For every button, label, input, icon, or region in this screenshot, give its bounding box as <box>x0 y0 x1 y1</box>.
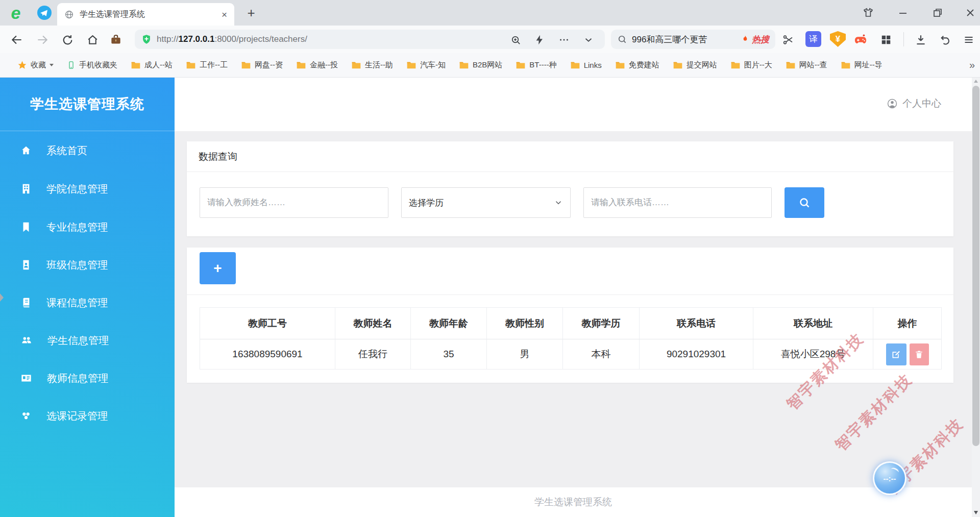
id-card-icon <box>20 373 32 384</box>
book-icon <box>20 297 32 308</box>
scrollbar-thumb[interactable] <box>972 86 979 446</box>
floating-clock-button[interactable]: --:-- <box>873 461 906 495</box>
search-button[interactable] <box>785 187 824 218</box>
bookmark-folder[interactable]: Links <box>570 61 602 69</box>
user-center-button[interactable]: 个人中心 <box>887 97 941 110</box>
home-icon[interactable] <box>85 33 100 47</box>
scroll-up-icon[interactable] <box>974 80 978 83</box>
hot-search-label: 热搜 <box>752 34 769 45</box>
cubes-icon <box>20 410 32 422</box>
bookmarks-bar: 收藏 手机收藏夹 成人--站 工作--工 网盘--资 金融--投 生活--助 汽… <box>0 53 980 78</box>
bookmark-folder[interactable]: 金融--投 <box>296 60 338 70</box>
sidebar-item-label: 学院信息管理 <box>46 182 108 196</box>
back-icon[interactable] <box>10 33 24 47</box>
lightning-icon[interactable] <box>533 33 546 46</box>
column-header: 联系电话 <box>640 308 753 339</box>
phone-input[interactable] <box>583 187 772 218</box>
bookmark-folder[interactable]: 汽车-知 <box>406 60 446 70</box>
undo-history-icon[interactable] <box>938 33 952 47</box>
bookmark-folder[interactable]: 成人--站 <box>131 60 173 70</box>
bookmark-mobile-folder[interactable]: 手机收藏夹 <box>67 60 117 70</box>
id-badge-icon <box>20 259 32 270</box>
close-window-button[interactable] <box>963 6 978 20</box>
active-tab[interactable]: 学生选课管理系统 × <box>57 3 234 26</box>
sidebar-item-class[interactable]: 班级信息管理 <box>0 246 175 284</box>
more-dots-icon[interactable] <box>557 33 571 46</box>
browser-tab-bar: e 学生选课管理系统 × + <box>0 0 980 26</box>
url-text: http://127.0.0.1:8000/projects/teachers/ <box>157 34 307 44</box>
bookmark-folder[interactable]: 免费建站 <box>615 60 659 70</box>
new-tab-button[interactable]: + <box>244 6 258 20</box>
trash-icon <box>914 350 924 359</box>
query-fields: 选择学历 <box>200 187 824 218</box>
gamepad-icon[interactable] <box>853 33 868 47</box>
sidebar-item-major[interactable]: 专业信息管理 <box>0 208 175 246</box>
minimize-button[interactable] <box>895 6 911 20</box>
telegram-icon[interactable] <box>37 5 52 20</box>
bookmark-folder[interactable]: 网址--导 <box>841 60 883 70</box>
bookmark-folder[interactable]: 提交网站 <box>673 60 717 70</box>
person-icon <box>887 98 898 109</box>
search-box[interactable]: 996和高三哪个更苦 热搜 <box>611 30 775 49</box>
zoom-page-icon[interactable] <box>509 33 522 46</box>
bookmark-folder[interactable]: BT----种 <box>516 60 556 70</box>
sidebar-item-label: 教师信息管理 <box>47 372 108 385</box>
restore-button[interactable] <box>930 6 945 20</box>
bookmark-label: 手机收藏夹 <box>79 60 117 70</box>
reload-icon[interactable] <box>60 33 75 47</box>
bookmarks-overflow-icon[interactable]: » <box>969 59 975 71</box>
download-icon[interactable] <box>914 33 928 47</box>
delete-button[interactable] <box>910 343 929 365</box>
cell-teacher-address: 喜悦小区298号 <box>753 339 873 369</box>
page-header: 个人中心 <box>175 78 972 131</box>
site-safety-shield-icon[interactable] <box>141 34 152 45</box>
briefcase-icon[interactable] <box>109 33 123 47</box>
add-teacher-button[interactable]: + <box>200 252 236 284</box>
browser-logo-icon[interactable]: e <box>5 3 27 23</box>
sidebar-item-course[interactable]: 课程信息管理 <box>0 284 175 322</box>
forward-icon[interactable] <box>35 33 50 47</box>
apps-grid-icon[interactable] <box>879 33 893 47</box>
favorites-button[interactable]: 收藏 <box>17 60 54 70</box>
bookmark-label: 汽车-知 <box>420 60 446 70</box>
toolbar-separator <box>903 32 904 46</box>
menu-hamburger-icon[interactable] <box>962 33 976 47</box>
bookmark-label: BT----种 <box>529 60 556 70</box>
edit-button[interactable] <box>886 343 906 365</box>
teacher-name-input[interactable] <box>200 187 388 218</box>
chevron-down-icon <box>554 198 563 207</box>
tab-favicon-globe-icon <box>64 10 74 19</box>
sidebar-item-teacher[interactable]: 教师信息管理 <box>0 359 175 397</box>
bookmark-folder[interactable]: 图片--大 <box>730 60 772 70</box>
bookmark-folder[interactable]: 工作--工 <box>186 60 228 70</box>
sidebar-item-college[interactable]: 学院信息管理 <box>0 170 175 208</box>
bookmark-folder[interactable]: 网站--查 <box>786 60 827 70</box>
building-icon <box>20 183 32 194</box>
side-panel-handle-icon[interactable] <box>0 293 4 302</box>
tab-close-icon[interactable]: × <box>222 10 227 19</box>
scroll-down-icon[interactable] <box>974 511 978 514</box>
dropdown-chevron-icon[interactable] <box>582 33 595 46</box>
scissors-icon[interactable] <box>781 33 795 47</box>
sidebar-item-label: 班级信息管理 <box>46 258 108 272</box>
search-icon <box>617 34 627 44</box>
hot-search-query: 996和高三哪个更苦 <box>632 34 741 45</box>
sidebar-item-student[interactable]: 学生信息管理 <box>0 322 175 359</box>
translate-icon[interactable]: 译 <box>805 31 821 47</box>
bookmark-label: Links <box>584 61 602 69</box>
browser-skin-icon[interactable] <box>861 6 876 20</box>
query-panel: 数据查询 选择学历 <box>187 141 953 236</box>
table-row: 1638089590691 任我行 35 男 本科 90291029301 喜悦… <box>200 339 941 369</box>
wallet-shield-icon[interactable]: ¥ <box>830 31 846 47</box>
sidebar-item-enrollment[interactable]: 选课记录管理 <box>0 397 175 435</box>
bookmark-folder[interactable]: B2B网站 <box>459 60 502 70</box>
column-header: 联系地址 <box>753 308 873 339</box>
bookmark-label: 图片--大 <box>744 60 772 70</box>
degree-select[interactable]: 选择学历 <box>401 187 571 218</box>
page-scrollbar[interactable] <box>972 78 980 517</box>
bookmark-folder[interactable]: 网盘--资 <box>241 60 283 70</box>
bookmark-folder[interactable]: 生活--助 <box>351 60 393 70</box>
users-icon <box>20 335 33 346</box>
main-content: 数据查询 选择学历 + <box>175 131 972 517</box>
sidebar-item-home[interactable]: 系统首页 <box>0 132 175 169</box>
